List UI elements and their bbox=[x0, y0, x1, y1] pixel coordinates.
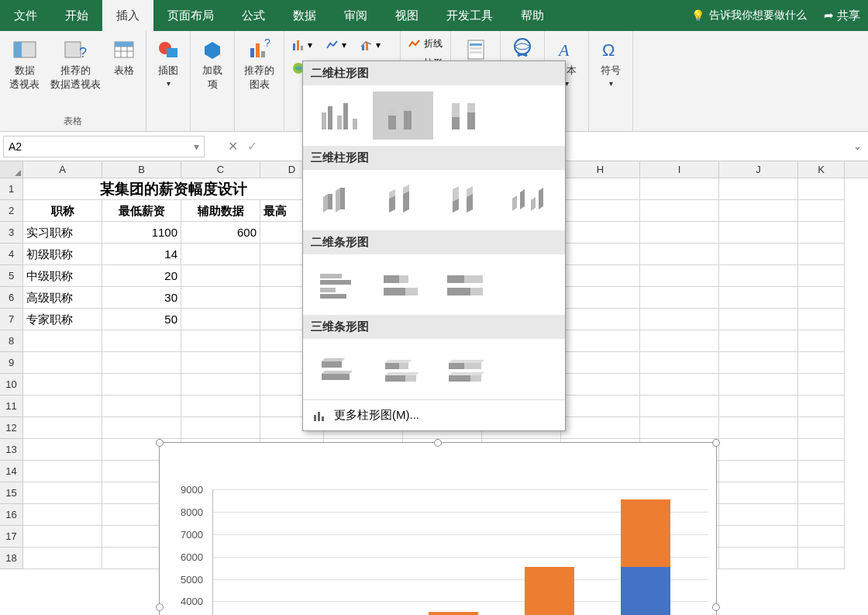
tab-review[interactable]: 审阅 bbox=[330, 0, 381, 31]
row-header[interactable]: 8 bbox=[0, 330, 23, 352]
chart-thumb-clustered-column[interactable] bbox=[309, 92, 370, 140]
tab-formulas[interactable]: 公式 bbox=[228, 0, 279, 31]
row-header[interactable]: 5 bbox=[0, 265, 23, 287]
data-cell[interactable]: 实习职称 bbox=[23, 222, 102, 244]
col-header[interactable]: H bbox=[561, 161, 640, 178]
line-chart-button[interactable]: ▾ bbox=[325, 37, 348, 53]
share-button[interactable]: ➦ 共享 bbox=[816, 9, 868, 23]
header-cell[interactable]: 最低薪资 bbox=[102, 200, 181, 222]
addin-label: 加载 项 bbox=[202, 64, 222, 92]
pivot-table-button[interactable]: 数据 透视表 bbox=[6, 34, 43, 95]
chart-thumb-3d-clustered[interactable] bbox=[309, 176, 370, 224]
chart-thumb-stacked-bar[interactable] bbox=[373, 261, 433, 309]
svg-rect-48 bbox=[404, 111, 412, 130]
dd-section-2d-column: 二维柱形图 bbox=[303, 61, 565, 85]
svg-rect-77 bbox=[318, 412, 320, 421]
svg-rect-9 bbox=[115, 42, 133, 47]
row-header[interactable]: 15 bbox=[0, 482, 23, 504]
row-header[interactable]: 9 bbox=[0, 352, 23, 374]
row-header[interactable]: 1 bbox=[0, 178, 23, 200]
symbol-button[interactable]: Ω 符号 ▾ bbox=[595, 34, 626, 91]
chart-thumb-3d-stacked-bar[interactable] bbox=[373, 345, 433, 393]
select-all-corner[interactable] bbox=[0, 161, 23, 178]
tab-insert[interactable]: 插入 bbox=[102, 0, 153, 31]
tab-pagelayout[interactable]: 页面布局 bbox=[153, 0, 228, 31]
col-header[interactable]: B bbox=[102, 161, 181, 178]
title-cell[interactable]: 某集团的薪资幅度设计 bbox=[23, 178, 324, 200]
column-chart-button[interactable]: ▾ bbox=[291, 37, 314, 53]
data-cell[interactable]: 高级职称 bbox=[23, 287, 102, 309]
row-header[interactable]: 18 bbox=[0, 548, 23, 569]
illustrations-button[interactable]: 插图 ▾ bbox=[153, 34, 184, 91]
table-button[interactable]: 表格 bbox=[108, 34, 140, 95]
svg-rect-71 bbox=[405, 375, 416, 382]
data-cell[interactable]: 中级职称 bbox=[23, 265, 102, 287]
data-cell[interactable]: 专家职称 bbox=[23, 309, 102, 330]
data-cell[interactable]: 30 bbox=[102, 287, 181, 309]
combo-chart-button[interactable]: ▾ bbox=[359, 37, 382, 53]
sparkline-line-button[interactable]: 折线 bbox=[407, 36, 444, 52]
header-cell[interactable]: 职称 bbox=[23, 200, 102, 222]
expand-formula-icon[interactable]: ⌄ bbox=[853, 140, 862, 152]
chart-thumb-3d-100stacked[interactable] bbox=[436, 176, 496, 224]
row-header[interactable]: 4 bbox=[0, 244, 23, 265]
tab-file[interactable]: 文件 bbox=[0, 0, 51, 31]
col-header[interactable]: A bbox=[23, 161, 102, 178]
tab-home[interactable]: 开始 bbox=[51, 0, 102, 31]
svg-rect-49 bbox=[404, 103, 412, 111]
data-cell[interactable]: 14 bbox=[102, 244, 181, 265]
y-axis: 0100020003000400050006000700080009000 bbox=[169, 489, 206, 615]
data-cell[interactable]: 1100 bbox=[102, 222, 181, 244]
row-header[interactable]: 6 bbox=[0, 287, 23, 309]
svg-rect-70 bbox=[385, 375, 405, 382]
tab-developer[interactable]: 开发工具 bbox=[432, 0, 507, 31]
row-header[interactable]: 17 bbox=[0, 526, 23, 548]
svg-rect-20 bbox=[366, 43, 368, 50]
row-header[interactable]: 7 bbox=[0, 309, 23, 330]
addins-button[interactable]: 加载 项 bbox=[197, 34, 228, 95]
svg-rect-54 bbox=[320, 274, 342, 278]
chart-thumb-stacked-column[interactable] bbox=[373, 92, 433, 140]
svg-rect-17 bbox=[297, 40, 299, 50]
row-header[interactable]: 2 bbox=[0, 200, 23, 222]
row-header[interactable]: 13 bbox=[0, 439, 23, 461]
cancel-formula-button[interactable]: ✕ bbox=[228, 139, 238, 154]
name-box[interactable]: A2 ▾ bbox=[3, 136, 205, 157]
chart-thumb-3d-column[interactable] bbox=[499, 176, 560, 224]
recommended-charts-button[interactable]: ? 推荐的 图表 bbox=[241, 34, 277, 95]
col-header[interactable]: K bbox=[798, 161, 845, 178]
row-header[interactable]: 16 bbox=[0, 504, 23, 526]
svg-rect-73 bbox=[449, 363, 464, 369]
data-cell[interactable]: 初级职称 bbox=[23, 244, 102, 265]
dd-section-3d-bar: 三维条形图 bbox=[303, 315, 565, 339]
tab-data[interactable]: 数据 bbox=[279, 0, 330, 31]
col-header[interactable]: I bbox=[640, 161, 719, 178]
chart-plot-area[interactable]: 0100020003000400050006000700080009000 实习… bbox=[169, 489, 708, 615]
chart-thumb-3d-clustered-bar[interactable] bbox=[309, 345, 370, 393]
header-cell[interactable]: 辅助数据 bbox=[181, 200, 260, 222]
line-chart-icon bbox=[326, 39, 339, 51]
col-header[interactable]: J bbox=[719, 161, 798, 178]
row-header[interactable]: 10 bbox=[0, 374, 23, 396]
chart-thumb-3d-100stacked-bar[interactable] bbox=[436, 345, 497, 393]
tab-help[interactable]: 帮助 bbox=[507, 0, 558, 31]
data-cell[interactable]: 20 bbox=[102, 265, 181, 287]
row-header[interactable]: 3 bbox=[0, 222, 23, 244]
confirm-formula-button[interactable]: ✓ bbox=[247, 139, 257, 154]
tab-view[interactable]: 视图 bbox=[381, 0, 432, 31]
chart-thumb-3d-stacked[interactable] bbox=[373, 176, 433, 224]
more-column-charts[interactable]: 更多柱形图(M)... bbox=[303, 399, 565, 430]
data-cell[interactable]: 600 bbox=[181, 222, 260, 244]
tell-me[interactable]: 💡 告诉我你想要做什么 bbox=[682, 9, 816, 22]
chart-thumb-100stacked-bar[interactable] bbox=[436, 261, 497, 309]
col-header[interactable]: C bbox=[181, 161, 260, 178]
link-icon bbox=[510, 37, 535, 62]
row-header[interactable]: 12 bbox=[0, 417, 23, 439]
row-header[interactable]: 11 bbox=[0, 396, 23, 417]
chart-thumb-clustered-bar[interactable] bbox=[309, 261, 370, 309]
embedded-chart[interactable]: 0100020003000400050006000700080009000 实习… bbox=[159, 442, 717, 615]
data-cell[interactable]: 50 bbox=[102, 309, 181, 330]
row-header[interactable]: 14 bbox=[0, 461, 23, 482]
recommended-pivot-button[interactable]: ? 推荐的 数据透视表 bbox=[47, 34, 104, 95]
chart-thumb-100stacked-column[interactable] bbox=[436, 92, 497, 140]
